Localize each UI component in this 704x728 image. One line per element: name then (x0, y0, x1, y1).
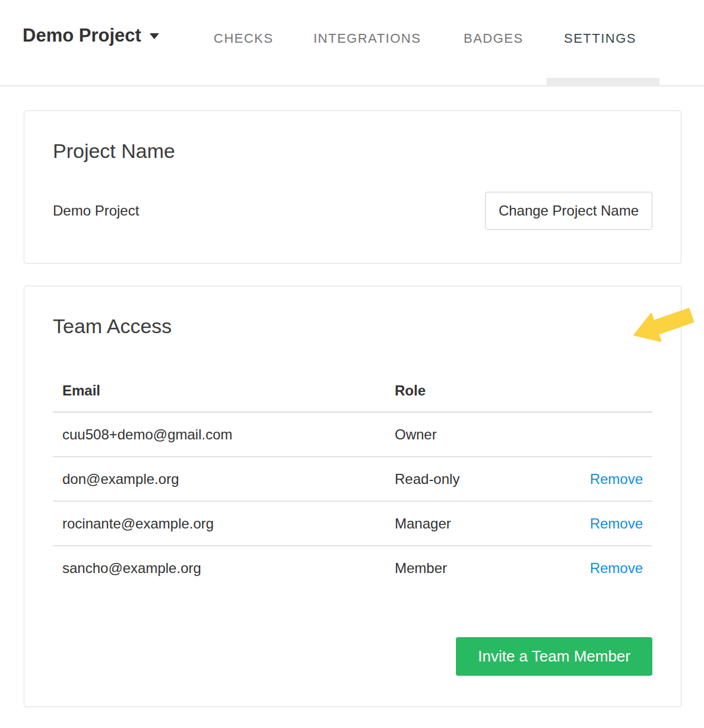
table-row: sancho@example.org Member Remove (53, 546, 652, 590)
tab-integrations[interactable]: INTEGRATIONS (313, 31, 421, 46)
member-actions: Remove (557, 457, 652, 501)
member-email: don@example.org (53, 457, 385, 501)
settings-page: Project Name Demo Project Change Project… (0, 110, 704, 707)
member-actions: Remove (557, 546, 652, 590)
remove-member-link[interactable]: Remove (590, 560, 643, 576)
member-email: rocinante@example.org (53, 501, 385, 546)
tab-checks[interactable]: CHECKS (214, 31, 274, 46)
caret-down-icon (150, 33, 159, 39)
top-nav-bar: Demo Project CHECKS INTEGRATIONS BADGES … (0, 0, 704, 87)
table-header-row: Email Role (53, 382, 652, 412)
project-name-card: Project Name Demo Project Change Project… (24, 110, 681, 264)
member-role: Owner (385, 412, 557, 457)
invite-team-member-button[interactable]: Invite a Team Member (456, 637, 652, 676)
table-row: don@example.org Read-only Remove (53, 457, 652, 501)
member-email: sancho@example.org (53, 546, 385, 590)
table-row: rocinante@example.org Manager Remove (53, 501, 652, 546)
team-members-table: Email Role cuu508+demo@gmail.com Owner d… (53, 382, 652, 590)
member-actions: Remove (557, 501, 652, 546)
member-role: Manager (385, 501, 557, 546)
column-header-actions (557, 382, 652, 412)
member-role: Read-only (385, 457, 557, 501)
active-tab-indicator (547, 78, 659, 86)
member-actions (557, 412, 652, 457)
table-row: cuu508+demo@gmail.com Owner (53, 412, 652, 457)
team-access-card-title: Team Access (53, 314, 652, 338)
tab-badges[interactable]: BADGES (464, 31, 524, 46)
tab-settings[interactable]: SETTINGS (564, 31, 636, 46)
column-header-email: Email (53, 382, 385, 412)
member-role: Member (385, 546, 557, 590)
project-selector-label: Demo Project (23, 25, 141, 46)
project-name-card-title: Project Name (53, 139, 652, 163)
member-email: cuu508+demo@gmail.com (53, 412, 385, 457)
project-name-row: Demo Project Change Project Name (53, 192, 652, 230)
current-project-name: Demo Project (53, 202, 139, 219)
remove-member-link[interactable]: Remove (590, 515, 643, 531)
column-header-role: Role (385, 382, 557, 412)
team-access-card: Team Access Email Role cuu508+demo@gmail… (24, 286, 681, 707)
remove-member-link[interactable]: Remove (590, 471, 643, 487)
invite-row: Invite a Team Member (53, 637, 652, 676)
project-selector-dropdown[interactable]: Demo Project (23, 25, 159, 46)
change-project-name-button[interactable]: Change Project Name (485, 192, 652, 230)
